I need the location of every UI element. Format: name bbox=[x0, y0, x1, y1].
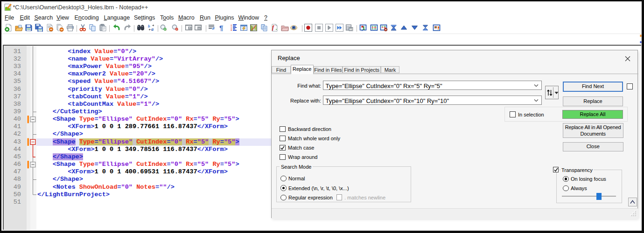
svg-text:¶: ¶ bbox=[219, 24, 223, 32]
svg-text:a: a bbox=[151, 27, 154, 32]
svg-text:MC: MC bbox=[350, 28, 353, 31]
svg-text:b: b bbox=[148, 24, 150, 28]
